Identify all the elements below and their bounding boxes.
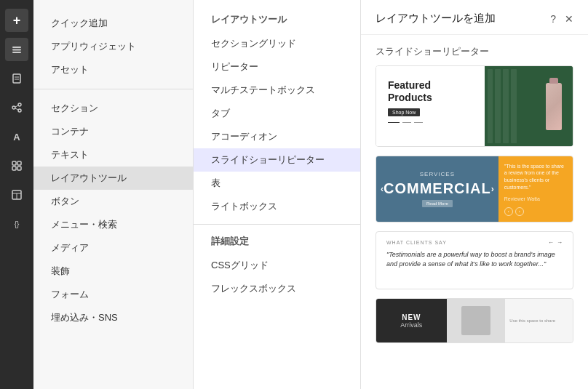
layers-button[interactable]	[5, 38, 28, 61]
svg-rect-11	[12, 161, 16, 165]
menu-item-quick-add[interactable]: クイック追加	[33, 12, 193, 35]
testimonials-header: WHAT CLIENTS SAY ← →	[386, 239, 563, 246]
svg-rect-14	[17, 167, 21, 170]
commercial-title: COMMERCIAL	[384, 180, 491, 197]
svg-rect-13	[12, 167, 16, 170]
sub-item-accordion[interactable]: アコーディオン	[194, 125, 360, 148]
svg-point-7	[18, 103, 21, 106]
add-button[interactable]: +	[5, 9, 28, 32]
menu-item-text[interactable]: テキスト	[33, 143, 193, 167]
testimonials-label: WHAT CLIENTS SAY	[386, 240, 447, 245]
menu-item-menu-search[interactable]: メニュー・検索	[33, 213, 193, 236]
sub-menu-advanced-header: 詳細設定	[194, 230, 360, 254]
menu-item-embed-sns[interactable]: 埋め込み・SNS	[33, 306, 193, 329]
thumb-featured-products[interactable]: Featured Products Shop Now	[376, 65, 573, 147]
sub-item-css-grid[interactable]: CSSグリッド	[194, 254, 360, 277]
toolbar: + A	[0, 0, 33, 389]
new-arrivals-left: NEW Arrivals	[376, 299, 447, 342]
commercial-read-more: Read More	[422, 200, 453, 207]
svg-point-8	[18, 109, 21, 112]
menu-item-media[interactable]: メディア	[33, 236, 193, 260]
new-arrivals-right: Use this space to share	[505, 299, 573, 342]
sub-item-table[interactable]: 表	[194, 172, 360, 195]
main-menu: クイック追加 アプリウィジェット アセット セクション コンテナ テキスト レイ…	[33, 0, 194, 389]
right-panel: レイアウトツールを追加 ? ✕ スライドショーリピーター Featured Pr…	[361, 0, 588, 389]
right-panel-actions: ? ✕	[550, 13, 573, 25]
new-arrivals-middle	[447, 299, 506, 342]
new-label: NEW	[402, 313, 421, 321]
commercial-services: SERVICES	[420, 171, 455, 177]
thumbnails-area: Featured Products Shop Now	[361, 65, 588, 389]
sub-item-tab[interactable]: タブ	[194, 102, 360, 125]
thumb-commercial[interactable]: ‹ SERVICES COMMERCIAL Read More › "This …	[376, 156, 573, 222]
arrivals-label: Arrivals	[400, 321, 422, 329]
sub-item-flexbox[interactable]: フレックスボックス	[194, 277, 360, 300]
sub-item-lightbox[interactable]: ライトボックス	[194, 195, 360, 218]
svg-rect-0	[12, 47, 21, 48]
connections-button[interactable]	[5, 96, 28, 119]
menu-item-assets[interactable]: アセット	[33, 58, 193, 81]
svg-rect-2	[12, 52, 21, 53]
pages-button[interactable]	[5, 67, 28, 90]
commercial-arrow-right: ›	[491, 184, 494, 194]
sub-menu-header: レイアウトツール	[194, 9, 360, 32]
menu-item-layout-tool[interactable]: レイアウトツール	[33, 167, 193, 190]
menu-item-app-widget[interactable]: アプリウィジェット	[33, 35, 193, 58]
thumb-new-arrivals[interactable]: NEW Arrivals Use this space to share	[376, 298, 573, 343]
svg-line-9	[15, 105, 18, 107]
sub-item-section-grid[interactable]: セクショングリッド	[194, 32, 360, 55]
testimonials-quote: "Testimonials are a powerful way to boos…	[386, 250, 563, 268]
close-icon[interactable]: ✕	[565, 13, 573, 25]
svg-rect-1	[12, 49, 21, 51]
right-panel-header: レイアウトツールを追加 ? ✕	[361, 0, 588, 35]
commercial-side: "This is the space to share a review fro…	[498, 156, 573, 222]
text-button[interactable]: A	[5, 125, 28, 148]
table-button[interactable]	[5, 183, 28, 206]
grid-button[interactable]	[5, 154, 28, 177]
testimonials-nav: ← →	[548, 239, 563, 246]
menu-item-button[interactable]: ボタン	[33, 190, 193, 213]
menu-item-section[interactable]: セクション	[33, 97, 193, 120]
sub-item-repeater[interactable]: リピーター	[194, 55, 360, 79]
menu-item-decoration[interactable]: 装飾	[33, 260, 193, 283]
svg-rect-3	[13, 74, 20, 83]
svg-point-6	[12, 106, 15, 109]
help-icon[interactable]: ?	[550, 13, 556, 25]
commercial-side-name: Reviewer Watta	[504, 196, 567, 203]
thumb-testimonials[interactable]: WHAT CLIENTS SAY ← → "Testimonials are a…	[376, 231, 573, 289]
featured-nav	[388, 122, 473, 123]
svg-line-10	[15, 108, 18, 110]
code-button[interactable]: {}	[5, 212, 28, 236]
featured-title: Featured Products	[388, 79, 473, 104]
menu-item-container[interactable]: コンテナ	[33, 120, 193, 143]
menu-item-form[interactable]: フォーム	[33, 283, 193, 306]
commercial-side-nav: ‹ ›	[504, 207, 567, 216]
sub-item-multistate[interactable]: マルチステートボックス	[194, 79, 360, 102]
featured-image	[485, 66, 573, 146]
right-panel-subtitle: スライドショーリピーター	[361, 35, 588, 65]
sub-item-slideshow-repeater[interactable]: スライドショーリピーター	[194, 148, 360, 172]
featured-shop-now: Shop Now	[388, 108, 420, 116]
commercial-side-quote: "This is the space to share a review fro…	[504, 163, 567, 191]
sub-menu: レイアウトツール セクショングリッド リピーター マルチステートボックス タブ …	[194, 0, 361, 389]
svg-rect-12	[17, 161, 21, 165]
right-panel-title: レイアウトツールを追加	[376, 12, 496, 25]
commercial-arrow-left: ‹	[381, 184, 384, 194]
